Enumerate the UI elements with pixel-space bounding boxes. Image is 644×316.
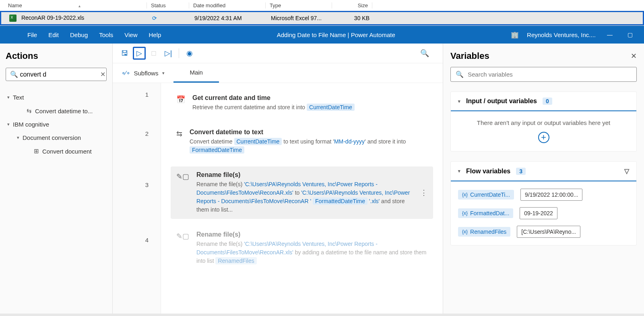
step-4-title: Rename file(s) [196,231,427,238]
add-variable-button[interactable]: + [538,132,549,143]
designer-search-icon[interactable]: 🔍 [420,49,429,58]
rename-icon: ✎▢ [176,232,189,241]
record-button[interactable]: ◉ [183,47,196,60]
chevron-down-icon: ▾ [162,71,165,76]
col-size[interactable]: Size [332,2,372,8]
menu-bar: File Edit Debug Tools View Help [0,31,161,38]
org-icon: 🏢 [511,31,519,39]
file-date: 9/19/2022 4:31 AM [190,15,267,21]
maximize-button[interactable]: ▢ [624,31,636,38]
file-type: Microsoft Excel 97... [267,15,333,21]
flow-variables-header[interactable]: ▾ Flow variables 3 ▽ [451,162,636,181]
step-1-desc: Retrieve the current datetime and store … [192,103,427,112]
step-1-title: Get current date and time [192,94,427,102]
file-row[interactable]: ReconAR 09-19-2022.xls ⟳ 9/19/2022 4:31 … [1,12,643,24]
file-name: ReconAR 09-19-2022.xls [21,15,84,21]
subflows-icon: ∘⁄∘ [122,69,130,77]
explorer-columns: Name▴ Status Date modified Type Size [0,0,644,11]
convert-icon: ⇆ [176,129,182,138]
sort-asc-icon: ▴ [78,4,80,8]
step-num-2[interactable]: 2 [145,130,149,137]
search-icon: 🔍 [456,71,464,78]
subflows-dropdown[interactable]: ∘⁄∘ Subflows ▾ [113,64,173,82]
rename-icon: ✎▢ [176,172,189,181]
datetime-icon: ⇆ [27,107,32,114]
var-item-renamedfiles[interactable]: {x}RenamedFiles [C:\Users\PA\Reyno... [451,222,636,241]
flow-variables-section: ▾ Flow variables 3 ▽ {x}CurrentDateTi...… [450,161,637,245]
variable-icon: {x} [462,192,468,198]
run-button[interactable]: ▷ [133,47,146,60]
actions-panel: Actions 🔍 ✕ ▾Text ⇆Convert datetime to..… [0,44,113,314]
var-item-formatteddate[interactable]: {x}FormattedDat... 09-19-2022 [451,204,636,222]
step-3-desc: Rename the file(s) 'C:\Users\PA\Reynolds… [196,180,413,214]
flow-count-badge: 3 [516,168,526,175]
actions-heading: Actions [6,51,107,61]
designer-panel: 🖫 ▷ □ ▷| ◉ 🔍 ∘⁄∘ Subflows ▾ Main 1 2 3 4 [113,44,443,314]
step-4-desc: Rename the file(s) 'C:\Users\PA\Reynolds… [196,240,427,265]
window-title: Adding Date to File Name | Power Automat… [161,31,511,38]
more-icon[interactable]: ⋮ [420,188,427,197]
title-bar: File Edit Debug Tools View Help Adding D… [0,26,644,44]
variables-panel: Variables ✕ 🔍 ▾ Input / output variables… [443,44,644,314]
menu-tools[interactable]: Tools [99,31,113,38]
menu-help[interactable]: Help [149,31,161,38]
variables-heading: Variables [450,51,489,61]
tree-convert-document[interactable]: ⊞Convert document [6,144,107,158]
chevron-down-icon: ▾ [7,122,10,127]
step-num-4[interactable]: 4 [145,237,149,243]
var-value: [C:\Users\PA\Reyno... [517,226,580,238]
tree-ibm[interactable]: ▾IBM cognitive [6,118,107,131]
step-1[interactable]: 📅 Get current date and time Retrieve the… [171,89,433,116]
step-button[interactable]: ▷| [162,47,175,60]
excel-file-icon [9,15,17,22]
stop-button[interactable]: □ [147,47,160,60]
var-value: 09-19-2022 [520,207,557,219]
close-icon[interactable]: ✕ [631,52,637,60]
io-variables-section: ▾ Input / output variables 0 There aren'… [450,91,637,152]
step-2-desc: Convert datetime CurrentDateTime to text… [190,137,427,154]
step-num-3[interactable]: 3 [145,181,149,188]
search-icon: 🔍 [10,71,18,78]
menu-debug[interactable]: Debug [70,31,88,38]
tab-main[interactable]: Main [173,63,219,83]
minimize-button[interactable]: — [604,31,616,38]
file-row-highlight: ReconAR 09-19-2022.xls ⟳ 9/19/2022 4:31 … [0,11,644,25]
col-type[interactable]: Type [266,2,332,8]
step-4[interactable]: ✎▢ Rename file(s) Rename the file(s) 'C:… [171,226,433,270]
tree-doc-conversion[interactable]: ▾Document conversion [6,131,107,144]
col-status[interactable]: Status [147,2,189,8]
col-date[interactable]: Date modified [189,2,266,8]
var-item-currentdatetime[interactable]: {x}CurrentDateTi... 9/19/2022 12:00:00..… [451,185,636,204]
col-name[interactable]: Name▴ [8,2,147,8]
step-2[interactable]: ⇆ Convert datetime to text Convert datet… [171,124,433,159]
io-variables-header[interactable]: ▾ Input / output variables 0 [451,92,636,111]
io-empty-text: There aren't any input or output variabl… [459,119,628,126]
file-explorer: Name▴ Status Date modified Type Size Rec… [0,0,644,26]
actions-search-input[interactable] [20,71,100,78]
actions-tree: ▾Text ⇆Convert datetime to... ▾IBM cogni… [6,91,107,158]
menu-view[interactable]: View [124,31,137,38]
tree-text[interactable]: ▾Text [6,91,107,104]
actions-search[interactable]: 🔍 ✕ [6,68,107,81]
chevron-down-icon: ▾ [458,99,460,104]
step-gutter: 1 2 3 4 [113,83,161,314]
toolbar-separator [179,48,179,58]
save-button[interactable]: 🖫 [118,47,131,60]
io-count-badge: 0 [543,98,552,105]
step-3-title: Rename file(s) [196,171,413,179]
sync-icon: ⟳ [152,15,157,21]
clear-icon[interactable]: ✕ [100,71,105,78]
menu-file[interactable]: File [27,31,37,38]
subflows-bar: ∘⁄∘ Subflows ▾ Main [113,63,443,83]
menu-edit[interactable]: Edit [48,31,59,38]
org-name[interactable]: Reynolds Ventures, Inc.... [527,31,596,38]
step-3[interactable]: ✎▢ Rename file(s) Rename the file(s) 'C:… [171,166,433,219]
variables-search-input[interactable] [468,71,632,78]
variable-icon: {x} [462,229,468,235]
file-size: 30 KB [333,15,374,21]
tree-convert-datetime[interactable]: ⇆Convert datetime to... [6,104,107,118]
filter-icon[interactable]: ▽ [624,167,629,175]
step-num-1[interactable]: 1 [145,91,149,98]
chevron-down-icon: ▾ [458,168,460,174]
variables-search[interactable]: 🔍 [450,67,637,82]
